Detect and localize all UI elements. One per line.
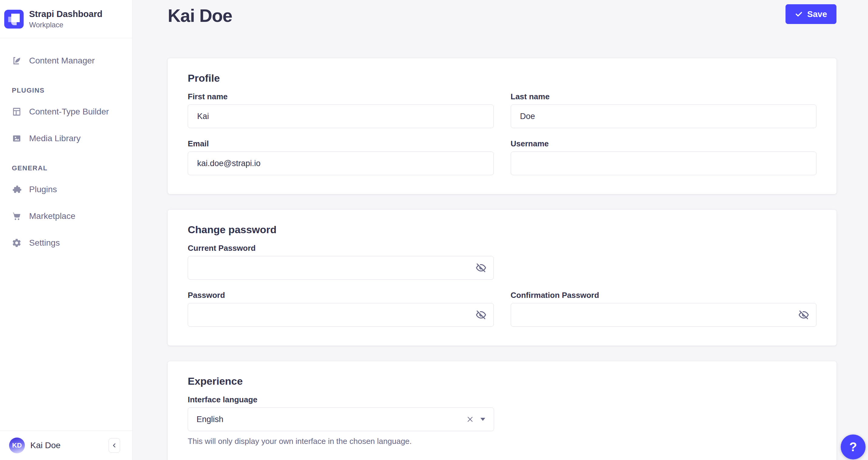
check-icon	[795, 10, 803, 18]
interface-language-label: Interface language	[188, 395, 494, 404]
sidebar-item-settings[interactable]: Settings	[0, 231, 132, 254]
sidebar-item-label: Media Library	[29, 134, 81, 143]
last-name-field: Last name	[511, 92, 817, 128]
toggle-password-visibility-button[interactable]	[475, 262, 487, 274]
picture-icon	[12, 134, 22, 143]
sidebar: Strapi Dashboard Workplace Content Manag…	[0, 0, 132, 460]
sidebar-section-general: GENERAL	[0, 162, 132, 174]
interface-language-helper: This will only display your own interfac…	[188, 437, 494, 446]
interface-language-field: Interface language English This	[188, 395, 494, 446]
username-label: Username	[511, 139, 817, 148]
username-field: Username	[511, 139, 817, 175]
eye-off-icon	[798, 309, 809, 320]
sidebar-user-row: KD Kai Doe	[0, 431, 132, 460]
save-button[interactable]: Save	[785, 4, 836, 24]
save-button-label: Save	[807, 9, 827, 19]
email-label: Email	[188, 139, 494, 148]
sidebar-item-label: Content-Type Builder	[29, 107, 109, 117]
chevron-left-icon	[111, 442, 118, 449]
collapse-sidebar-button[interactable]	[108, 438, 120, 453]
sidebar-section-plugins: PLUGINS	[0, 84, 132, 96]
page-header: Kai Doe Save	[168, 0, 836, 26]
sidebar-item-label: Settings	[29, 238, 60, 248]
new-password-input[interactable]	[188, 303, 494, 327]
first-name-field: First name	[188, 92, 494, 128]
puzzle-icon	[12, 184, 22, 194]
interface-language-value: English	[196, 415, 223, 424]
username-input[interactable]	[511, 151, 817, 175]
confirm-password-field: Confirmation Password	[511, 291, 817, 327]
avatar[interactable]: KD	[9, 437, 25, 453]
last-name-input[interactable]	[511, 105, 817, 128]
experience-card: Experience Interface language English	[168, 361, 836, 460]
confirm-password-label: Confirmation Password	[511, 291, 817, 300]
experience-card-title: Experience	[188, 375, 816, 387]
sidebar-item-label: Content Manager	[29, 56, 95, 65]
toggle-password-visibility-button[interactable]	[475, 309, 487, 321]
profile-card: Profile First name Last name Email	[168, 58, 836, 194]
profile-card-title: Profile	[188, 72, 816, 84]
change-password-card-title: Change password	[188, 224, 816, 236]
confirm-password-input[interactable]	[511, 303, 817, 327]
first-name-input[interactable]	[188, 105, 494, 128]
gear-icon	[12, 238, 22, 248]
last-name-label: Last name	[511, 92, 817, 102]
first-name-label: First name	[188, 92, 494, 102]
email-input[interactable]	[188, 151, 494, 175]
sidebar-item-content-manager[interactable]: Content Manager	[0, 49, 132, 72]
brand-subtitle: Workplace	[29, 21, 102, 29]
cart-icon	[12, 211, 22, 221]
chevron-down-icon[interactable]	[480, 418, 485, 421]
toggle-password-visibility-button[interactable]	[798, 309, 810, 321]
layout-icon	[12, 107, 22, 117]
email-field: Email	[188, 139, 494, 175]
user-name: Kai Doe	[30, 440, 61, 450]
interface-language-select[interactable]: English	[188, 407, 494, 431]
page-title: Kai Doe	[168, 5, 232, 26]
current-password-label: Current Password	[188, 243, 494, 253]
sidebar-item-marketplace[interactable]: Marketplace	[0, 205, 132, 228]
help-button-label: ?	[849, 440, 857, 454]
current-password-input[interactable]	[188, 256, 494, 280]
sidebar-item-plugins[interactable]: Plugins	[0, 178, 132, 201]
sidebar-nav: Content Manager PLUGINS Content-Type Bui…	[0, 38, 132, 431]
brand-title: Strapi Dashboard	[29, 9, 102, 20]
change-password-card: Change password Current Password	[168, 210, 836, 346]
edit-icon	[12, 56, 22, 65]
sidebar-item-label: Marketplace	[29, 211, 75, 221]
help-button[interactable]: ?	[841, 434, 866, 459]
new-password-field: Password	[188, 291, 494, 327]
eye-off-icon	[475, 309, 487, 320]
strapi-logo-icon	[4, 10, 24, 29]
main-content: Kai Doe Save Profile First name	[132, 0, 868, 460]
sidebar-item-label: Plugins	[29, 184, 57, 194]
clear-x-icon[interactable]	[466, 416, 474, 423]
sidebar-item-content-type-builder[interactable]: Content-Type Builder	[0, 100, 132, 123]
current-password-field: Current Password	[188, 243, 494, 280]
sidebar-item-media-library[interactable]: Media Library	[0, 127, 132, 150]
eye-off-icon	[475, 262, 487, 273]
brand[interactable]: Strapi Dashboard Workplace	[0, 0, 132, 38]
new-password-label: Password	[188, 291, 494, 300]
